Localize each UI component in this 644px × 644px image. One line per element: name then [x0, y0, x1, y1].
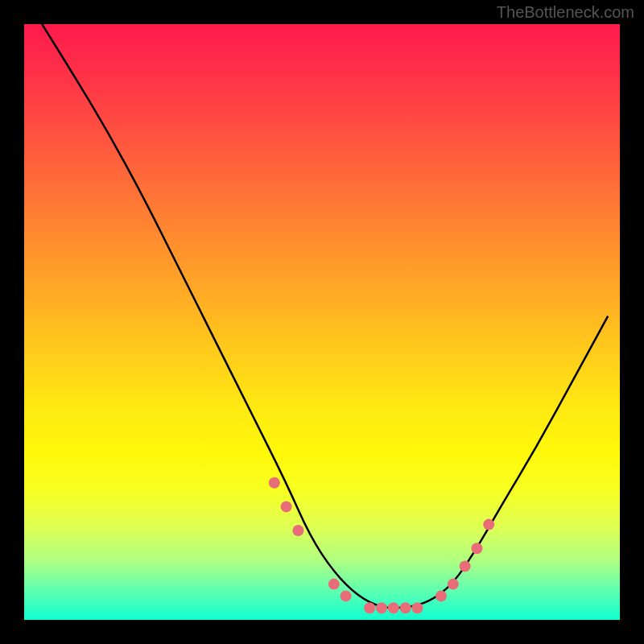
marker-point [388, 602, 399, 613]
watermark-text: TheBottleneck.com [497, 3, 634, 22]
marker-point [269, 477, 280, 489]
marker-point [328, 579, 340, 590]
bottleneck-curve-line [42, 24, 608, 608]
marker-point [411, 602, 423, 613]
marker-point [471, 543, 482, 554]
marker-point [364, 602, 375, 613]
marker-point [400, 602, 411, 613]
marker-point [341, 590, 352, 601]
chart-svg [24, 24, 620, 620]
marker-point [448, 579, 459, 590]
marker-point [483, 519, 494, 530]
marker-point [376, 602, 387, 613]
marker-point [281, 501, 292, 512]
highlight-markers [269, 477, 494, 613]
marker-point [292, 525, 303, 536]
marker-point [460, 560, 471, 572]
marker-point [436, 590, 447, 601]
